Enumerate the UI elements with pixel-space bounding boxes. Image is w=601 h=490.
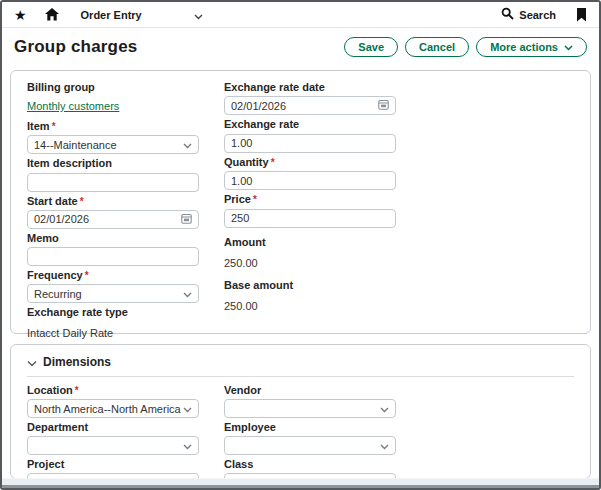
quantity-field: Quantity* [224, 156, 396, 191]
item-select[interactable]: 14--Maintenance [27, 135, 199, 154]
amount-value: 250.00 [224, 257, 258, 269]
base-amount-label: Base amount [224, 279, 396, 292]
frequency-label: Frequency [27, 269, 83, 281]
quantity-label: Quantity [224, 156, 269, 168]
dimensions-section-toggle[interactable]: Dimensions [27, 353, 574, 377]
required-asterisk: * [52, 121, 56, 132]
billing-group-label: Billing group [27, 81, 199, 94]
vendor-label: Vendor [224, 384, 396, 397]
chevron-down-icon [183, 139, 192, 151]
start-date-field: Start date* 02/01/2026 [27, 195, 199, 229]
app-menu-dropdown[interactable]: Order Entry [81, 6, 203, 24]
exchange-rate-date-input[interactable]: 02/01/2026 [224, 96, 396, 115]
calendar-icon[interactable] [378, 99, 389, 112]
dimensions-panel: Dimensions Location* North America--Nort… [10, 344, 591, 479]
header-actions: Save Cancel More actions [344, 37, 587, 57]
department-label: Department [27, 421, 199, 434]
billing-group-field: Billing group Monthly customers [27, 81, 199, 117]
chevron-down-icon [183, 440, 192, 452]
chevron-down-icon [380, 440, 389, 452]
base-amount-field: Base amount 250.00 [224, 279, 396, 314]
chevron-down-icon [27, 353, 37, 371]
exchange-rate-field: Exchange rate [224, 118, 396, 153]
app-menu-label: Order Entry [81, 9, 142, 21]
required-asterisk: * [75, 385, 79, 396]
bottom-bar [2, 485, 599, 488]
calendar-icon[interactable] [181, 213, 192, 226]
base-amount-value: 250.00 [224, 300, 258, 312]
frequency-field: Frequency* Recurring [27, 269, 199, 303]
exchange-rate-date-field: Exchange rate date 02/01/2026 [224, 81, 396, 115]
more-actions-button[interactable]: More actions [476, 37, 587, 57]
exchange-rate-type-label: Exchange rate type [27, 306, 199, 319]
exchange-rate-date-label: Exchange rate date [224, 81, 396, 94]
department-field: Department [27, 421, 199, 455]
memo-input[interactable] [27, 247, 199, 266]
price-label: Price [224, 193, 251, 205]
required-asterisk: * [80, 196, 84, 207]
home-icon[interactable] [45, 8, 59, 21]
employee-label: Employee [224, 421, 396, 434]
item-description-field: Item description [27, 157, 199, 192]
start-date-label: Start date [27, 195, 78, 207]
required-asterisk: * [271, 157, 275, 168]
star-icon[interactable]: ★ [14, 8, 27, 22]
chevron-down-icon [183, 288, 192, 300]
page-header: Group charges Save Cancel More actions [2, 28, 599, 66]
item-description-label: Item description [27, 157, 199, 170]
location-label: Location [27, 384, 73, 396]
quantity-input[interactable] [224, 171, 396, 190]
frequency-select[interactable]: Recurring [27, 284, 199, 303]
department-select[interactable] [27, 436, 199, 455]
exchange-rate-label: Exchange rate [224, 118, 396, 131]
page-title: Group charges [14, 37, 138, 57]
group-charge-form-panel: Billing group Monthly customers Item* 14… [10, 70, 591, 334]
save-button[interactable]: Save [344, 37, 398, 57]
employee-field: Employee [224, 421, 396, 455]
start-date-input[interactable]: 02/01/2026 [27, 210, 199, 229]
billing-group-link[interactable]: Monthly customers [27, 99, 119, 113]
search-label: Search [519, 9, 556, 21]
price-field: Price* [224, 193, 396, 228]
exchange-rate-type-value: Intacct Daily Rate [27, 327, 113, 339]
memo-field: Memo [27, 232, 199, 267]
app-window: ★ Order Entry Search Group charges [0, 0, 601, 490]
exchange-rate-type-field: Exchange rate type Intacct Daily Rate [27, 306, 199, 341]
bottom-strip [2, 478, 599, 488]
dimensions-section-title: Dimensions [43, 355, 111, 369]
price-input[interactable] [224, 209, 396, 228]
chevron-down-icon [183, 403, 192, 415]
item-label: Item [27, 120, 50, 132]
chevron-down-icon [380, 403, 389, 415]
amount-field: Amount 250.00 [224, 236, 396, 271]
search-icon [501, 6, 514, 24]
vendor-select[interactable] [224, 399, 396, 418]
amount-label: Amount [224, 236, 396, 249]
search-button[interactable]: Search [501, 6, 556, 24]
top-navigation-bar: ★ Order Entry Search [2, 2, 599, 28]
project-label: Project [27, 458, 199, 471]
location-select[interactable]: North America--North America [27, 399, 199, 418]
vendor-field: Vendor [224, 384, 396, 418]
chevron-down-icon [564, 41, 573, 53]
memo-label: Memo [27, 232, 199, 245]
required-asterisk: * [85, 270, 89, 281]
required-asterisk: * [253, 194, 257, 205]
bookmark-icon[interactable] [576, 8, 587, 22]
item-description-input[interactable] [27, 173, 199, 192]
cancel-button[interactable]: Cancel [405, 37, 469, 57]
location-field: Location* North America--North America [27, 384, 199, 418]
employee-select[interactable] [224, 436, 396, 455]
item-field: Item* 14--Maintenance [27, 120, 199, 154]
chevron-down-icon [194, 6, 203, 24]
exchange-rate-input[interactable] [224, 134, 396, 153]
class-label: Class [224, 458, 396, 471]
